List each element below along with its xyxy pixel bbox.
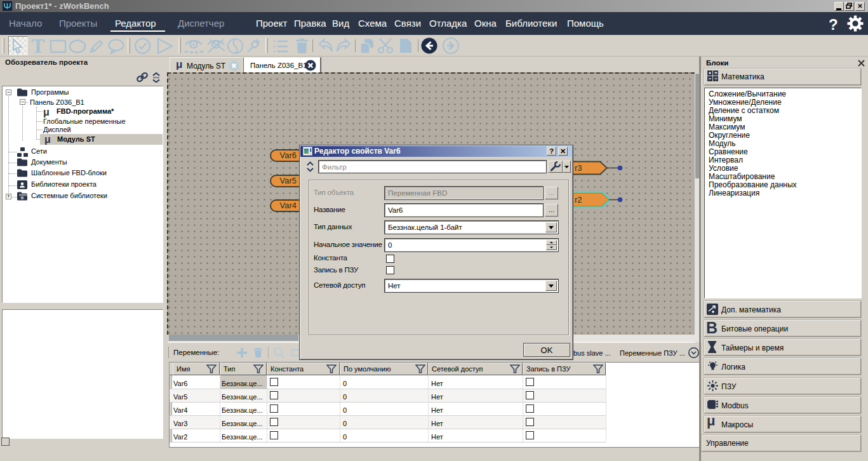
svg-text:r3: r3 — [575, 163, 582, 173]
svg-text:r2: r2 — [575, 195, 582, 204]
